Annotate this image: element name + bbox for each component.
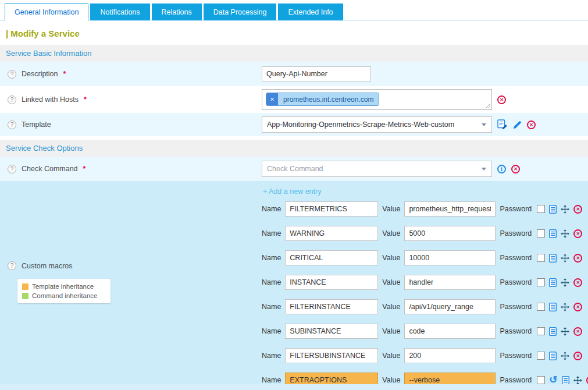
help-icon[interactable]: ? [8, 165, 16, 173]
macro-undo-icon[interactable]: ↺ [549, 376, 557, 384]
view-template-icon[interactable] [497, 119, 508, 130]
macro-description-icon[interactable] [562, 376, 569, 385]
template-select[interactable]: App-Monitoring-Openmetrics-Scrape-Metric… [262, 116, 492, 133]
macro-password-label: Password [500, 303, 532, 311]
help-icon[interactable]: ? [8, 120, 16, 129]
host-chip: ✕ prometheus.int.centreon.com [266, 93, 379, 106]
chip-remove-icon[interactable]: ✕ [266, 93, 278, 105]
inheritance-legend: Template inheritance Command inheritance [17, 279, 111, 303]
macro-password-checkbox[interactable] [537, 205, 545, 213]
macro-move-icon[interactable] [561, 352, 569, 360]
macro-password-checkbox[interactable] [537, 303, 545, 311]
macro-name-input[interactable] [285, 275, 378, 290]
macro-password-label: Password [500, 278, 532, 286]
required-asterisk: * [83, 165, 86, 173]
command-inheritance-swatch [22, 293, 28, 299]
macro-description-icon[interactable] [549, 303, 557, 311]
clear-check-command-icon[interactable]: ✕ [511, 165, 520, 173]
check-command-select[interactable]: Check Command [262, 161, 492, 177]
macro-move-icon[interactable] [573, 376, 582, 385]
clear-template-icon[interactable]: ✕ [527, 120, 536, 129]
macro-move-icon[interactable] [561, 327, 569, 336]
macro-delete-icon[interactable]: ✕ [573, 254, 582, 263]
macro-value-label: Value [382, 229, 400, 237]
macro-row: Name Value Password ✕ [262, 197, 588, 221]
page-title: | Modify a Service [0, 21, 588, 45]
tab-data-processing[interactable]: Data Processing [204, 3, 277, 20]
macro-value-input[interactable] [404, 324, 496, 339]
macro-row: Name Value Password ✕ [262, 246, 588, 270]
macro-password-checkbox[interactable] [537, 327, 545, 335]
macro-value-input[interactable] [404, 250, 496, 265]
macro-name-input[interactable] [285, 201, 378, 217]
add-new-entry-link[interactable]: + Add a new entry [263, 187, 321, 196]
macro-name-input[interactable] [285, 299, 378, 314]
macro-move-icon[interactable] [561, 254, 569, 263]
row-template: ? Template App-Monitoring-Openmetrics-Sc… [0, 113, 588, 136]
macro-delete-icon[interactable]: ✕ [573, 278, 582, 287]
macro-move-icon[interactable] [561, 303, 569, 311]
row-linked-hosts: ? Linked with Hosts * ✕ prometheus.int.c… [0, 86, 588, 113]
macro-name-input[interactable] [285, 324, 378, 339]
macro-password-checkbox[interactable] [537, 376, 545, 384]
macro-password-checkbox[interactable] [537, 229, 545, 237]
macro-value-input[interactable] [404, 226, 496, 241]
macro-value-label: Value [382, 352, 400, 360]
macro-password-checkbox[interactable] [537, 278, 545, 286]
tab-general-information[interactable]: General Information [5, 3, 88, 21]
macro-description-icon[interactable] [549, 278, 557, 287]
macro-value-input[interactable] [404, 348, 496, 363]
template-inheritance-swatch [22, 283, 28, 290]
macro-delete-icon[interactable]: ✕ [586, 376, 588, 385]
macro-description-icon[interactable] [549, 205, 557, 214]
tab-extended-info[interactable]: Extended Info [278, 3, 343, 20]
macro-name-input[interactable] [285, 226, 378, 241]
macro-delete-icon[interactable]: ✕ [573, 352, 582, 360]
macro-description-icon[interactable] [549, 352, 557, 360]
macro-password-checkbox[interactable] [537, 254, 545, 262]
macro-move-icon[interactable] [561, 278, 569, 287]
macro-delete-icon[interactable]: ✕ [573, 205, 582, 214]
check-command-field-label: ? Check Command * [0, 165, 262, 173]
macro-delete-icon[interactable]: ✕ [573, 303, 582, 311]
macro-value-input[interactable] [404, 299, 496, 314]
macro-password-label: Password [500, 327, 532, 335]
macro-name-input[interactable] [285, 250, 378, 265]
linked-hosts-input[interactable]: ✕ prometheus.int.centreon.com [262, 89, 492, 110]
description-field-label: ? Description * [0, 70, 262, 79]
macro-name-label: Name [262, 352, 281, 360]
legend-command-inheritance: Command inheritance [22, 292, 106, 299]
macro-move-icon[interactable] [561, 229, 569, 238]
help-icon[interactable]: ? [8, 261, 16, 270]
chevron-down-icon [482, 123, 486, 126]
macro-name-label: Name [262, 376, 281, 384]
help-icon[interactable]: ? [8, 70, 16, 79]
tab-relations[interactable]: Relations [152, 3, 202, 20]
description-input[interactable] [262, 66, 371, 81]
clear-hosts-icon[interactable]: ✕ [497, 95, 506, 104]
macro-value-label: Value [382, 278, 400, 286]
macro-description-icon[interactable] [549, 229, 557, 238]
macro-password-checkbox[interactable] [537, 352, 545, 360]
macro-value-input[interactable] [404, 201, 496, 217]
macro-name-label: Name [262, 327, 281, 335]
macro-move-icon[interactable] [561, 205, 569, 214]
macro-value-input[interactable] [404, 275, 496, 290]
macro-row: Name Value Password ✕ [262, 319, 588, 343]
macro-description-icon[interactable] [549, 254, 557, 263]
macro-password-label: Password [500, 205, 532, 213]
macro-password-label: Password [500, 254, 532, 262]
macro-delete-icon[interactable]: ✕ [573, 327, 582, 336]
section-check-options: Service Check Options [0, 140, 588, 157]
tab-notifications[interactable]: Notifications [90, 3, 149, 20]
macro-name-input[interactable] [285, 348, 378, 363]
macro-description-icon[interactable] [549, 327, 557, 336]
macro-delete-icon[interactable]: ✕ [573, 229, 582, 238]
info-icon[interactable]: i [497, 165, 506, 173]
required-asterisk: * [63, 70, 66, 78]
resize-handle-icon[interactable] [485, 103, 491, 109]
description-label: Description [22, 70, 58, 78]
help-icon[interactable]: ? [8, 95, 16, 104]
edit-template-icon[interactable] [513, 120, 522, 129]
template-label: Template [22, 120, 51, 129]
